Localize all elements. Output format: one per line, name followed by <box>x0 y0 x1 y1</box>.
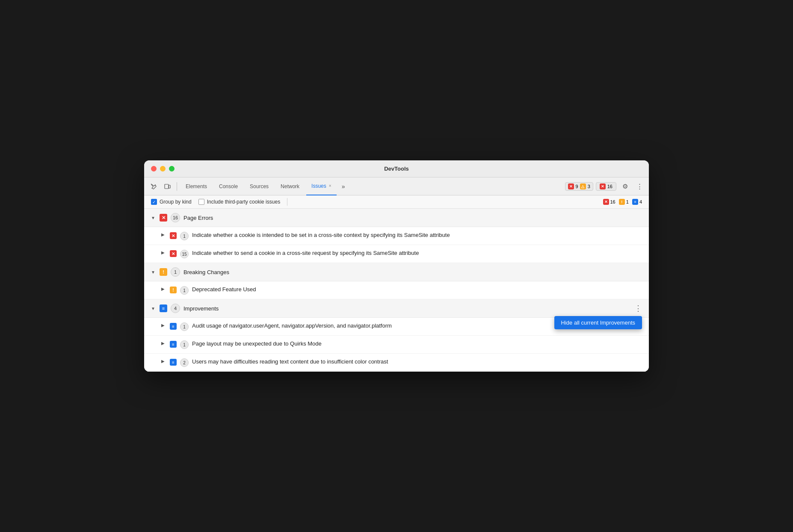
issue-improvement-icon: ≡ <box>170 323 177 330</box>
device-toolbar-icon[interactable] <box>161 180 173 192</box>
error-count: ✕ 16 <box>603 199 615 205</box>
minimize-button[interactable] <box>160 166 166 171</box>
issue-text: Indicate whether to send a cookie in a c… <box>192 249 419 257</box>
issues-content: ▼ ✕ 16 Page Errors ▶ ✕ 1 Indicate whethe… <box>144 209 649 372</box>
section-breaking-changes[interactable]: ▼ ! 1 Breaking Changes <box>144 263 649 281</box>
page-errors-chevron: ▼ <box>151 216 156 220</box>
issue-chevron: ▶ <box>161 250 166 255</box>
warning-icon: △ <box>580 183 586 189</box>
error-icon: ✕ <box>568 183 574 189</box>
issue-text: Indicate whether a cookie is intended to… <box>192 231 450 239</box>
issue-row[interactable]: ▶ ≡ 2 Users may have difficulties readin… <box>144 354 649 372</box>
issue-row[interactable]: ▶ ≡ 1 Page layout may be unexpected due … <box>144 336 649 354</box>
inspector-icon[interactable] <box>148 180 160 192</box>
maximize-button[interactable] <box>169 166 175 171</box>
improvements-chevron: ▼ <box>151 306 156 311</box>
error-warning-badge: ✕ 9 △ 3 <box>565 182 593 191</box>
issue-text: Users may have difficulties reading text… <box>192 358 388 366</box>
tab-network[interactable]: Network <box>275 177 305 195</box>
issue-text: Deprecated Feature Used <box>192 286 256 293</box>
close-button[interactable] <box>151 166 157 171</box>
improvements-badge: 4 <box>171 304 180 313</box>
breaking-changes-icon: ! <box>160 268 167 276</box>
issue-counts: ✕ 16 ! 1 ≡ 4 <box>603 199 642 205</box>
issue-improvement-icon: ≡ <box>170 341 177 348</box>
issue-count-badge: 2 <box>180 358 189 367</box>
warning-count: ! 1 <box>619 199 629 205</box>
error-count-icon: ✕ <box>603 199 609 205</box>
section-improvements[interactable]: ▼ ≡ 4 Improvements ⋮ Hide all current Im… <box>144 299 649 318</box>
issue-text: Audit usage of navigator.userAgent, navi… <box>192 322 392 330</box>
include-cookies-checkbox[interactable]: Include third-party cookie issues <box>198 199 280 205</box>
issue-error-icon: ✕ <box>170 232 177 239</box>
badge-error-icon: ✕ <box>600 183 606 189</box>
titlebar: DevTools <box>144 160 649 177</box>
tab-elements[interactable]: Elements <box>180 177 212 195</box>
issue-count-badge: 1 <box>180 232 189 240</box>
window-title: DevTools <box>384 166 409 172</box>
issue-chevron: ▶ <box>161 323 166 328</box>
issue-improvement-icon: ≡ <box>170 359 177 366</box>
issue-chevron: ▶ <box>161 359 166 364</box>
more-options-icon[interactable]: ⋮ <box>633 180 645 192</box>
tab-issues[interactable]: Issues × <box>306 177 337 195</box>
settings-icon[interactable]: ⚙ <box>619 180 631 192</box>
group-by-kind-checkbox[interactable]: ✓ Group by kind <box>151 199 192 205</box>
issue-count-badge: 1 <box>180 322 189 331</box>
improvement-count: ≡ 4 <box>632 199 642 205</box>
three-dots-icon[interactable]: ⋮ <box>634 304 642 312</box>
breaking-changes-badge: 1 <box>171 267 180 277</box>
page-errors-icon: ✕ <box>160 214 167 222</box>
hide-improvements-tooltip[interactable]: Hide all current Improvements <box>554 316 642 329</box>
toolbar-divider <box>177 182 177 191</box>
page-errors-title: Page Errors <box>183 215 213 221</box>
svg-rect-1 <box>169 185 170 188</box>
improvement-count-icon: ≡ <box>632 199 638 205</box>
improvements-icon: ≡ <box>160 304 167 312</box>
include-cookies-check <box>198 199 204 205</box>
tab-console[interactable]: Console <box>214 177 243 195</box>
issue-chevron: ▶ <box>161 341 166 346</box>
issue-row[interactable]: ▶ ✕ 15 Indicate whether to send a cookie… <box>144 245 649 263</box>
more-tabs[interactable]: » <box>338 177 349 195</box>
tab-sources[interactable]: Sources <box>245 177 274 195</box>
toolbar: Elements Console Sources Network Issues … <box>144 177 649 195</box>
page-errors-badge: 16 <box>171 213 180 222</box>
svg-rect-0 <box>165 184 169 189</box>
issue-count-badge: 1 <box>180 340 189 349</box>
toolbar-right: ✕ 9 △ 3 ✕ 16 ⚙ ⋮ <box>565 180 646 192</box>
issue-row[interactable]: ▶ ! 1 Deprecated Feature Used <box>144 281 649 299</box>
close-issues-tab[interactable]: × <box>329 183 331 188</box>
issue-chevron: ▶ <box>161 232 166 237</box>
issue-error-icon: ✕ <box>170 250 177 257</box>
issue-text: Page layout may be unexpected due to Qui… <box>192 340 322 348</box>
issue-chevron: ▶ <box>161 287 166 291</box>
window-controls <box>151 166 175 171</box>
issue-count-badge: 15 <box>180 250 189 258</box>
section-page-errors[interactable]: ▼ ✕ 16 Page Errors <box>144 209 649 227</box>
issue-count-badge: 1 <box>180 286 189 295</box>
issue-row[interactable]: ▶ ✕ 1 Indicate whether a cookie is inten… <box>144 227 649 245</box>
breaking-changes-chevron: ▼ <box>151 270 156 275</box>
improvements-title: Improvements <box>183 305 219 312</box>
warning-count-icon: ! <box>619 199 625 205</box>
subbar-divider <box>287 198 287 206</box>
breaking-changes-title: Breaking Changes <box>183 269 229 275</box>
devtools-window: DevTools Elements Console Sources Networ… <box>144 160 649 372</box>
issues-count-badge: ✕ 16 <box>596 182 616 191</box>
issue-warning-icon: ! <box>170 287 177 293</box>
group-by-kind-check: ✓ <box>151 199 157 205</box>
improvements-more-button[interactable]: ⋮ Hide all current Improvements <box>634 304 642 313</box>
subbar: ✓ Group by kind Include third-party cook… <box>144 195 649 209</box>
